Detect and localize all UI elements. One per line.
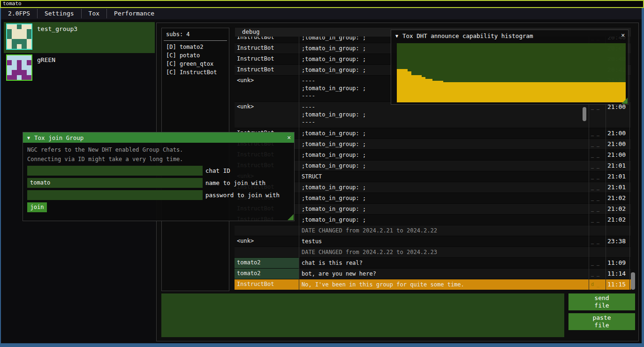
sender-name: InstructBot: [235, 43, 299, 54]
peer-item[interactable]: [D] tomato2: [162, 43, 229, 51]
message-input[interactable]: [161, 293, 564, 337]
message-text: ;tomato_in_group: ;: [299, 150, 589, 160]
histogram-bar: [612, 82, 615, 102]
histogram-bar: [415, 75, 418, 102]
histogram-bar: [551, 82, 554, 102]
group-item-test_group3[interactable]: test_group3: [4, 22, 155, 53]
group-item-gREEN[interactable]: gREEN: [4, 53, 155, 82]
histogram-bar: [432, 81, 436, 102]
histogram-bar: [522, 82, 526, 102]
separator: [164, 40, 227, 41]
message-time: 21:02: [606, 193, 631, 203]
message-time: 11:09: [606, 258, 631, 268]
message-flags: _ _: [589, 193, 606, 203]
message-row[interactable]: InstructBotNo, I've been in this group f…: [235, 279, 631, 290]
histogram-bar: [401, 69, 404, 102]
inner-scrollbar-thumb[interactable]: [583, 107, 586, 121]
histogram-bar: [450, 82, 454, 102]
send-file-button[interactable]: send file: [568, 293, 635, 310]
sender-name: InstructBot: [235, 37, 299, 43]
message-text: ;tomato_in_group: ;: [299, 204, 589, 214]
message-time: 21:00: [606, 150, 631, 160]
histogram-bar: [447, 82, 451, 102]
chat-id-input[interactable]: [27, 166, 203, 176]
histogram-bar: [490, 82, 493, 102]
peers-count: subs: 4: [162, 28, 229, 38]
histogram-bar: [572, 82, 576, 102]
collapse-icon[interactable]: ▼: [27, 135, 30, 140]
menu-item-tox[interactable]: Tox: [82, 8, 106, 19]
histogram-bar: [554, 82, 558, 102]
message-time: 21:02: [606, 215, 631, 225]
message-row[interactable]: tomato2chat is this real?_ _11:09: [235, 258, 631, 269]
column-divider: [629, 37, 630, 290]
group-avatar: [6, 54, 32, 81]
app-window: tomato 2.0FPSSettingsToxPerformance test…: [0, 0, 644, 347]
histogram-bar: [397, 69, 401, 102]
histogram-bar: [472, 82, 476, 102]
histogram-bar: [561, 82, 565, 102]
window-border-right: [642, 8, 644, 347]
peer-item[interactable]: [C] potato: [162, 51, 229, 60]
histogram-bar: [404, 69, 408, 102]
message-row[interactable]: <unk>testus_ _23:38: [235, 236, 631, 247]
join-name-input[interactable]: tomato: [27, 178, 203, 188]
system-row[interactable]: DATE CHANGED from 2024.2.22 to 2024.2.23: [235, 247, 631, 258]
resize-grip[interactable]: [621, 98, 628, 104]
resize-grip[interactable]: [288, 214, 294, 220]
histogram-bar: [458, 82, 462, 102]
paste-file-button[interactable]: paste file: [568, 313, 635, 330]
histogram-bar: [436, 81, 440, 102]
histogram-bar: [418, 75, 422, 102]
join-group-title: Tox join Group: [34, 134, 83, 141]
message-time: 11:15: [606, 279, 631, 290]
menu-item-settings[interactable]: Settings: [38, 8, 81, 19]
group-name: gREEN: [32, 53, 55, 82]
message-text: ---- ;tomato_in_group: ; ----: [299, 102, 589, 128]
join-button[interactable]: join: [27, 202, 47, 212]
join-info-line: NGC refers to the New DHT enabled Group …: [27, 147, 183, 153]
message-flags: _ _: [589, 182, 606, 193]
chat-id-label: chat ID: [205, 166, 230, 174]
message-text: No, I've been in this group for quite so…: [299, 279, 589, 290]
join-name-label: name to join with: [205, 178, 265, 186]
menu-bar: 2.0FPSSettingsToxPerformance: [1, 8, 642, 19]
system-row[interactable]: DATE CHANGED from 2024.2.21 to 2024.2.22: [235, 225, 631, 236]
message-text: ;tomato_in_group: ;: [299, 193, 589, 203]
menu-item-2-0fps[interactable]: 2.0FPS: [1, 8, 37, 19]
peer-item[interactable]: [C] InstructBot: [162, 68, 229, 77]
message-flags: _ _: [589, 258, 606, 268]
close-icon[interactable]: ✕: [621, 31, 625, 39]
histogram-bar: [597, 82, 601, 102]
group-avatar: [6, 23, 32, 50]
close-icon[interactable]: ✕: [287, 134, 291, 141]
histogram-bar: [579, 82, 583, 102]
histogram-bar: [461, 82, 465, 102]
message-flags: [589, 225, 606, 236]
dht-histogram-titlebar[interactable]: ▼ Tox DHT announce capability histogram: [391, 30, 628, 41]
message-row[interactable]: tomato2bot, are you new here?_ _11:14: [235, 269, 631, 279]
menu-item-performance[interactable]: Performance: [107, 8, 161, 19]
chat-scrollbar-thumb[interactable]: [631, 272, 635, 290]
os-titlebar[interactable]: tomato: [0, 0, 644, 8]
message-time: 21:01: [606, 171, 631, 182]
sender-name: InstructBot: [235, 65, 299, 75]
histogram-bar: [593, 82, 597, 102]
message-flags: _ _: [589, 171, 606, 182]
join-group-titlebar[interactable]: ▼ Tox join Group: [23, 132, 294, 143]
histogram-bar: [518, 82, 522, 102]
collapse-icon[interactable]: ▼: [395, 33, 398, 39]
message-time: 11:14: [606, 269, 631, 279]
message-flags: _ _: [589, 236, 606, 247]
message-text: DATE CHANGED from 2024.2.22 to 2024.2.23: [299, 247, 589, 257]
message-row[interactable]: <unk>---- ;tomato_in_group: ; ----_ _21:…: [235, 102, 631, 128]
histogram-bar: [590, 82, 594, 102]
histogram-bar: [576, 82, 579, 102]
histogram-bar: [565, 82, 568, 102]
peer-item[interactable]: [C] green_qtox: [162, 60, 229, 68]
sender-name: tomato2: [235, 258, 299, 268]
join-info-line: Connecting via ID might take a very long…: [27, 156, 183, 162]
join-password-input[interactable]: [27, 190, 203, 200]
message-time: 21:01: [606, 161, 631, 171]
message-time: [606, 247, 631, 257]
